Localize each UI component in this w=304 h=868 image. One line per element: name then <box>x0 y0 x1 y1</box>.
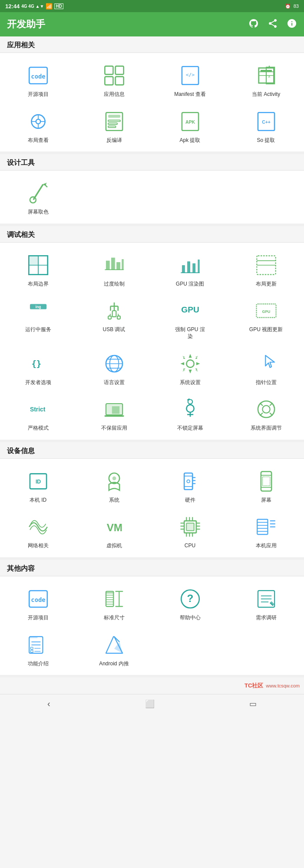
grid-item-running-service[interactable]: ing 运行中服务 <box>0 292 76 344</box>
svg-point-89 <box>187 480 190 483</box>
grid-item-layout-view[interactable]: 布局查看 <box>0 102 76 148</box>
grid-item-force-gpu[interactable]: GPU 强制 GPU 渲染 <box>152 292 228 344</box>
label-help-center: 帮助中心 <box>180 615 201 621</box>
svg-point-81 <box>262 405 270 413</box>
grid-item-local-apps[interactable]: 本机应用 <box>228 508 304 554</box>
grid-item-so-extract[interactable]: C++ So 提取 <box>228 102 304 148</box>
alarm-icon: ⏰ <box>285 3 291 9</box>
label-force-gpu: 强制 GPU 渲染 <box>173 326 208 340</box>
grid-item-open-source2[interactable]: code 开源项目 <box>0 580 76 626</box>
grid-item-current-activity[interactable]: A 当前 Activity <box>228 56 304 102</box>
grid-item-decompile[interactable]: 反编译 <box>76 102 152 148</box>
label-apk-extract: Apk 提取 <box>179 137 200 144</box>
grid-item-no-lock-screen[interactable]: 不锁定屏幕 <box>152 390 228 436</box>
helpcenter-icon: ? <box>177 586 203 612</box>
svg-text:{}: {} <box>31 358 41 368</box>
grid-item-android-push[interactable]: Android 内推 <box>76 626 152 672</box>
svg-point-69 <box>186 360 194 367</box>
grid-debug-related: 布局边界 过度绘制 GPU 渲染图 布局更新 ing 运行中服务 <box>0 246 304 436</box>
grid-item-demand-survey[interactable]: 需求调研 <box>228 580 304 626</box>
svg-rect-86 <box>184 473 192 490</box>
grid-item-layout-border[interactable]: 布局边界 <box>0 246 76 292</box>
label-gpu-render: GPU 渲染图 <box>176 281 204 288</box>
signal-icons: 4G 4G ▲▼ <box>21 4 44 9</box>
svg-rect-38 <box>111 257 115 270</box>
label-running-service: 运行中服务 <box>25 326 51 333</box>
share-icon[interactable] <box>268 18 278 31</box>
svg-text:C++: C++ <box>262 120 271 125</box>
footer-watermark: TC社区 www.tcsqw.com <box>0 677 304 694</box>
status-bar: 12:44 4G 4G ▲▼ 📶 HD ⏰ 83 <box>0 0 304 12</box>
label-cpu: CPU <box>185 542 195 549</box>
grid-item-screen[interactable]: 屏幕 <box>228 462 304 508</box>
header: 开发助手 <box>0 12 304 36</box>
svg-point-85 <box>112 476 116 480</box>
decompile-icon <box>101 108 127 135</box>
system-icon <box>101 468 127 494</box>
svg-text:code: code <box>31 73 45 80</box>
watermark-url: www.tcsqw.com <box>266 683 300 688</box>
svg-rect-37 <box>106 260 109 270</box>
label-device-id: 本机 ID <box>30 497 46 504</box>
grid-item-gpu-render[interactable]: GPU 渲染图 <box>152 246 228 292</box>
grid-item-system[interactable]: 系统 <box>76 462 152 508</box>
label-system: 系统 <box>109 497 119 504</box>
info-icon[interactable] <box>287 18 297 31</box>
grid-item-help-center[interactable]: ? 帮助中心 <box>152 580 228 626</box>
grid-app-related: code 开源项目 应用信息 </> Manifest 查看 A 当前 Acti… <box>0 56 304 148</box>
label-ui-adjust: 系统界面调节 <box>251 425 282 432</box>
grid-item-feature-intro[interactable]: 功能介绍 <box>0 626 76 672</box>
label-overdraw: 过度绘制 <box>104 281 125 288</box>
grid-item-standard-size[interactable]: 标准尺寸 <box>76 580 152 626</box>
grid-item-manifest[interactable]: </> Manifest 查看 <box>152 56 228 102</box>
activity-icon: A <box>253 62 279 89</box>
grid-item-no-keep-app[interactable]: 不保留应用 <box>76 390 152 436</box>
grid-item-hardware[interactable]: 硬件 <box>152 462 228 508</box>
nav-home[interactable]: ⬜ <box>145 699 155 709</box>
label-layout-border: 布局边界 <box>28 281 49 288</box>
grid-item-cpu[interactable]: CPU <box>152 508 228 554</box>
grid-item-overdraw[interactable]: 过度绘制 <box>76 246 152 292</box>
svg-rect-42 <box>182 265 185 273</box>
label-gpu-view-update: GPU 视图更新 <box>249 326 283 333</box>
code-icon: code <box>25 586 51 612</box>
label-layout-view: 布局查看 <box>28 137 49 144</box>
screen-icon <box>253 468 279 494</box>
label-screen: 屏幕 <box>261 497 271 504</box>
grid-item-color-picker[interactable]: 屏幕取色 <box>0 174 76 220</box>
nav-recent[interactable]: ▭ <box>249 699 257 709</box>
grid-item-usb-debug[interactable]: USB 调试 <box>76 292 152 344</box>
featureintro-icon <box>25 632 51 658</box>
grid-item-pointer-location[interactable]: 指针位置 <box>228 345 304 391</box>
grid-item-gpu-view-update[interactable]: GPU GPU 视图更新 <box>228 292 304 344</box>
grid-item-open-source[interactable]: code 开源项目 <box>0 56 76 102</box>
strictmode-icon: Strict <box>25 396 51 422</box>
layoutview-icon <box>25 108 51 135</box>
label-demand-survey: 需求调研 <box>256 615 277 621</box>
label-local-apps: 本机应用 <box>256 542 277 549</box>
grid-item-network[interactable]: 网络相关 <box>0 508 76 554</box>
grid-item-layout-update[interactable]: 布局更新 <box>228 246 304 292</box>
grid-item-vm[interactable]: VM 虚拟机 <box>76 508 152 554</box>
section-debug-related: 布局边界 过度绘制 GPU 渲染图 布局更新 ing 运行中服务 <box>0 243 304 442</box>
github-icon[interactable] <box>248 18 259 31</box>
grid-item-language-settings[interactable]: 语言设置 <box>76 345 152 391</box>
wifi-icon: 📶 <box>46 3 53 10</box>
svg-text:A: A <box>268 75 270 78</box>
grid-item-app-info[interactable]: 应用信息 <box>76 56 152 102</box>
time-display: 12:44 <box>5 3 20 10</box>
svg-rect-40 <box>122 259 123 270</box>
label-color-picker: 屏幕取色 <box>28 209 49 216</box>
grid-item-developer-options[interactable]: {} 开发者选项 <box>0 345 76 391</box>
grid-item-apk-extract[interactable]: APK Apk 提取 <box>152 102 228 148</box>
label-usb-debug: USB 调试 <box>102 326 125 333</box>
grid-item-ui-adjust[interactable]: 系统界面调节 <box>228 390 304 436</box>
label-pointer-location: 指针位置 <box>256 379 277 386</box>
nav-back[interactable]: ‹ <box>47 699 50 709</box>
grid-item-system-settings[interactable]: 系统设置 <box>152 345 228 391</box>
grid-item-strict-mode[interactable]: Strict 严格模式 <box>0 390 76 436</box>
grid-item-device-id[interactable]: ID 本机 ID <box>0 462 76 508</box>
section-device-info: ID 本机 ID 系统 硬件 屏幕 网络相关 VM 虚拟机 <box>0 459 304 560</box>
label-no-keep-app: 不保留应用 <box>101 425 127 432</box>
svg-text:VM: VM <box>106 522 122 534</box>
